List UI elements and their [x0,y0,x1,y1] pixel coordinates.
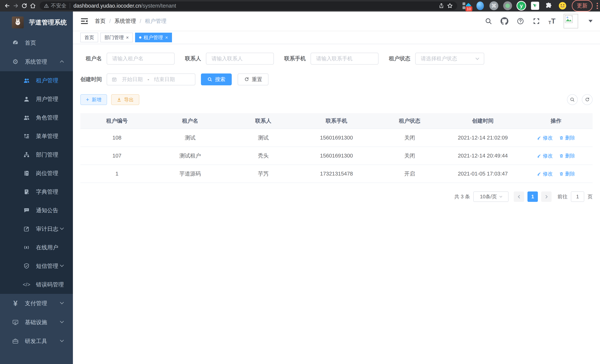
mobile-label: 联系手机 [284,55,306,62]
refresh-table-button[interactable] [582,94,593,105]
delete-link[interactable]: 删除 [559,170,575,177]
tenant-name-input[interactable] [107,53,175,65]
sidebar-item-menu[interactable]: 菜单管理 [0,127,73,145]
date-range-picker[interactable]: 开始日期 - 结束日期 [107,74,195,85]
breadcrumb: 首页 / 系统管理 / 租户管理 [95,18,166,25]
sidebar-collapse-icon[interactable] [80,17,88,25]
col-contact: 联系人 [227,113,300,129]
shield-icon [23,262,30,270]
fullscreen-icon[interactable] [533,17,540,25]
sidebar: 芋道管理系统 首页 ⚙ 系统管理 租户管理 [0,11,73,364]
search-button[interactable]: 搜索 [201,74,232,85]
edit-link[interactable]: 修改 [537,134,553,141]
close-icon[interactable]: × [165,35,168,40]
export-button[interactable]: 导出 [111,94,139,105]
extension-balloon-icon[interactable] [475,1,485,10]
sidebar-item-sms[interactable]: 短信管理 [0,257,73,275]
delete-link[interactable]: 删除 [559,152,575,159]
browser-update-button[interactable]: 更新 [572,0,593,11]
forward-icon[interactable] [11,1,20,10]
mobile-input[interactable] [310,53,378,65]
current-page[interactable]: 1 [527,191,538,202]
header-search-icon[interactable] [485,17,492,25]
sidebar-item-devtool[interactable]: 研发工具 [0,332,73,351]
reload-icon[interactable] [20,1,28,10]
delete-link[interactable]: 删除 [559,134,575,141]
sidebar-item-errcode[interactable]: </> 错误码管理 [0,275,73,294]
next-page-button[interactable] [541,191,552,202]
calendar-icon [112,77,117,82]
toggle-search-button[interactable] [567,94,578,105]
breadcrumb-home[interactable]: 首页 [95,18,106,25]
tab-home[interactable]: 首页 [80,33,98,42]
sidebar-item-label: 首页 [25,39,36,47]
active-dot [139,36,141,38]
chevron-down-icon [60,319,63,326]
sidebar-item-audit[interactable]: 审计日志 [0,220,73,238]
add-button[interactable]: + 新增 [80,94,107,105]
close-icon[interactable]: × [126,35,129,40]
tab-dept[interactable]: 部门管理 × [100,33,133,42]
extension-puzzle-icon[interactable] [544,1,554,10]
sidebar-item-pay[interactable]: ¥ 支付管理 [0,294,73,313]
yen-icon: ¥ [12,300,19,307]
cell-id: 107 [80,147,153,165]
dashboard-icon [12,39,19,46]
app-logo-row[interactable]: 芋道管理系统 [0,11,73,33]
extension-command-icon[interactable]: ⌘ [489,1,499,10]
total-count: 共 3 条 [454,193,470,200]
extension-colorpicker-icon[interactable]: 10 [462,1,471,10]
date-separator: - [148,76,149,82]
avatar-caret-icon[interactable] [589,20,593,22]
sidebar-item-home[interactable]: 首页 [0,33,73,52]
status-placeholder: 请选择租户状态 [421,55,457,62]
sidebar-item-label: 短信管理 [36,262,58,270]
sidebar-item-dict[interactable]: 字典管理 [0,183,73,201]
sidebar-item-post[interactable]: 岗位管理 [0,164,73,183]
edit-link[interactable]: 修改 [537,170,553,177]
extension-chat-icon[interactable] [530,1,540,10]
sidebar-item-role[interactable]: 角色管理 [0,108,73,127]
extension-yuque-icon[interactable]: y [516,1,526,10]
home-icon[interactable] [28,1,37,10]
back-icon[interactable] [3,1,11,10]
extension-emoji-icon[interactable] [558,1,567,10]
font-size-icon[interactable]: TT [548,17,555,25]
site-security-chip[interactable]: 不安全 [44,2,66,9]
sidebar-item-user[interactable]: 用户管理 [0,90,73,108]
sidebar-item-tenant[interactable]: 租户管理 [0,71,73,90]
search-icon [207,77,212,82]
address-bar[interactable]: 不安全 dashboard.yudao.iocoder.cn/system/te… [40,1,457,10]
plus-icon: + [86,97,89,103]
sidebar-item-online[interactable]: 在线用户 [0,238,73,257]
help-icon[interactable] [516,17,524,25]
tab-tenant[interactable]: 租户管理 × [135,33,172,42]
sidebar-item-notice[interactable]: 通知公告 [0,201,73,220]
breadcrumb-system[interactable]: 系统管理 [114,18,136,25]
extensions-strip: 10 ⌘ y [462,1,567,10]
prev-page-button[interactable] [514,191,524,202]
col-tenant-name: 租户名 [153,113,226,129]
contact-input[interactable] [206,53,274,65]
github-icon[interactable] [501,17,508,25]
sidebar-item-dept[interactable]: 部门管理 [0,145,73,164]
trash-icon [559,172,564,176]
table-row: 108 测试 测试 15601691300 关闭 2021-12-14 21:0… [80,129,593,147]
extension-recorder-icon[interactable] [503,1,512,10]
table-header-row: 租户编号 租户名 联系人 联系手机 租户状态 创建时间 操作 [80,113,593,129]
bookmark-star-icon[interactable] [446,1,454,10]
edit-link[interactable]: 修改 [537,152,553,159]
page-size-select[interactable]: 10条/页 [473,191,508,202]
goto-page-input[interactable] [571,191,584,202]
chevron-down-icon [499,195,502,198]
sidebar-item-label: 审计日志 [36,225,58,233]
cell-id: 108 [80,129,153,147]
reset-button[interactable]: 重置 [238,74,268,85]
sidebar-item-system[interactable]: ⚙ 系统管理 [0,52,73,71]
sidebar-item-infra[interactable]: 基础设施 [0,313,73,332]
avatar[interactable] [564,14,578,28]
browser-menu-icon[interactable] [594,3,600,9]
share-icon[interactable] [437,1,446,10]
status-select[interactable]: 请选择租户状态 [415,53,484,65]
sidebar-item-label: 角色管理 [36,114,58,121]
